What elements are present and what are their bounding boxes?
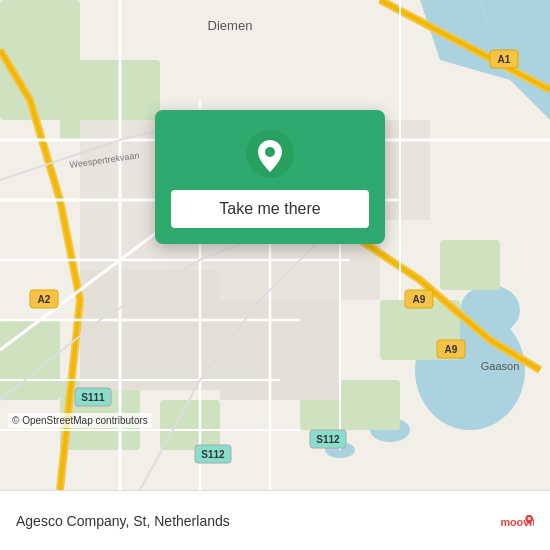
svg-point-47: [265, 147, 275, 157]
svg-rect-9: [440, 240, 500, 290]
location-label: Agesco Company, St, Netherlands: [16, 513, 230, 529]
popup-card: Take me there: [155, 110, 385, 244]
location-pin-icon: [246, 130, 294, 178]
svg-text:A9: A9: [445, 344, 458, 355]
svg-point-51: [528, 517, 531, 520]
svg-rect-15: [220, 300, 340, 400]
svg-text:S112: S112: [316, 434, 340, 445]
svg-text:A9: A9: [413, 294, 426, 305]
svg-text:S112: S112: [201, 449, 225, 460]
svg-point-2: [460, 285, 520, 335]
take-me-there-button[interactable]: Take me there: [171, 190, 369, 228]
moovit-logo: moovit: [498, 503, 534, 539]
svg-text:Diemen: Diemen: [208, 18, 253, 33]
copyright-notice: © OpenStreetMap contributors: [8, 413, 152, 428]
svg-text:A2: A2: [38, 294, 51, 305]
svg-text:A1: A1: [498, 54, 511, 65]
bottom-bar: Agesco Company, St, Netherlands moovit: [0, 490, 550, 550]
moovit-logo-icon: moovit: [498, 503, 534, 539]
svg-text:S111: S111: [81, 392, 105, 403]
svg-rect-12: [160, 400, 220, 450]
map-container: S111 S112 S112 A9 A9 A1 A2 Diemen Gaason…: [0, 0, 550, 490]
svg-text:Gaason: Gaason: [481, 360, 520, 372]
